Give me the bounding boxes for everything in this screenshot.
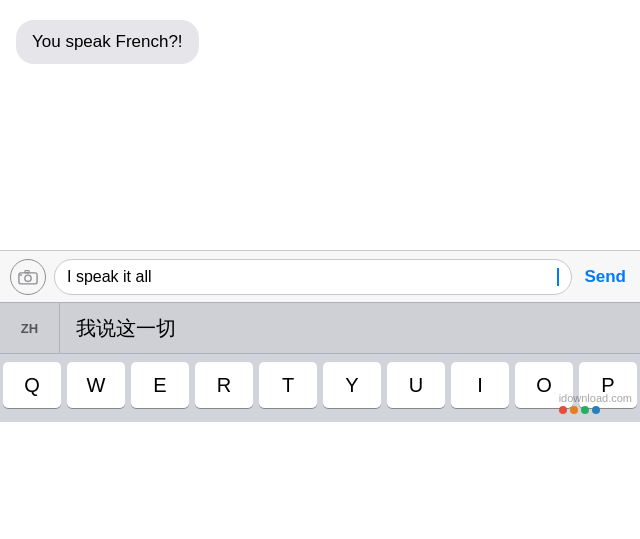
autocomplete-lang: ZH [0, 303, 60, 353]
app-wrapper: You speak French?! I speak it all Send Z… [0, 0, 640, 422]
camera-icon [18, 269, 38, 285]
text-cursor [557, 268, 559, 286]
message-input-container[interactable]: I speak it all [54, 259, 572, 295]
autocomplete-suggestion[interactable]: 我说这一切 [60, 315, 640, 342]
key-q[interactable]: Q [3, 362, 61, 408]
key-i[interactable]: I [451, 362, 509, 408]
input-bar: I speak it all Send [0, 250, 640, 302]
received-message-text: You speak French?! [32, 32, 183, 51]
svg-rect-2 [25, 270, 30, 272]
key-o[interactable]: O [515, 362, 573, 408]
received-message-bubble: You speak French?! [16, 20, 199, 64]
key-w[interactable]: W [67, 362, 125, 408]
key-e[interactable]: E [131, 362, 189, 408]
autocomplete-bar: ZH 我说这一切 [0, 302, 640, 354]
message-input-value: I speak it all [67, 268, 556, 286]
key-u[interactable]: U [387, 362, 445, 408]
svg-rect-3 [20, 274, 22, 275]
chat-area: You speak French?! [0, 0, 640, 250]
key-t[interactable]: T [259, 362, 317, 408]
send-button[interactable]: Send [580, 267, 630, 287]
keyboard: Q W E R T Y U I O P [0, 354, 640, 422]
key-r[interactable]: R [195, 362, 253, 408]
key-p[interactable]: P [579, 362, 637, 408]
key-y[interactable]: Y [323, 362, 381, 408]
camera-button[interactable] [10, 259, 46, 295]
keyboard-row-1: Q W E R T Y U I O P [3, 362, 637, 408]
svg-point-1 [25, 275, 31, 281]
